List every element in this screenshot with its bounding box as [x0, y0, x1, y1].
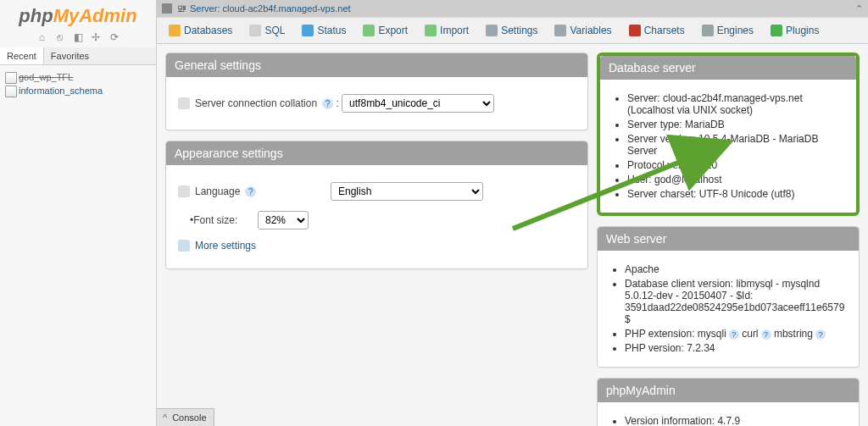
db-tree: New god_wp_TFL information_schema	[0, 65, 156, 102]
collation-icon	[178, 97, 190, 109]
sidebar-quick-icons: ⌂ ⎋ ◧ ✢ ⟳	[0, 29, 156, 47]
panel-title: phpMyAdmin	[598, 379, 859, 402]
logout-icon[interactable]: ⎋	[53, 30, 67, 44]
more-settings-icon	[178, 240, 190, 252]
nav-tabs: Databases SQL Status Export Import Setti…	[157, 17, 868, 44]
ws-apache: Apache	[625, 263, 847, 275]
tab-import[interactable]: Import	[416, 18, 477, 43]
ws-php-version: PHP version: 7.2.34	[625, 342, 847, 354]
tab-export[interactable]: Export	[354, 18, 416, 43]
collation-select[interactable]: utf8mb4_unicode_ci	[342, 94, 494, 113]
fontsize-select[interactable]: 82%	[258, 211, 309, 230]
more-settings-link[interactable]: More settings	[178, 240, 256, 252]
logo[interactable]: phpMyAdmin	[0, 0, 156, 29]
sql-icon	[249, 25, 261, 36]
collapse-sidebar-icon[interactable]	[162, 3, 172, 14]
topbar: 🖳 Server: cloud-ac2b4f.managed-vps.net ⌃	[157, 0, 868, 17]
ws-php-ext: PHP extension: mysqli? curl? mbstring?	[625, 328, 847, 340]
help-icon[interactable]: ?	[815, 329, 826, 340]
export-icon	[363, 25, 375, 36]
tab-databases[interactable]: Databases	[160, 18, 241, 43]
breadcrumb-server[interactable]: Server: cloud-ac2b4f.managed-vps.net	[190, 3, 351, 14]
help-icon[interactable]: ?	[322, 98, 333, 109]
tab-sql[interactable]: SQL	[241, 18, 293, 43]
database-icon	[169, 25, 181, 36]
tree-db-1[interactable]: information_schema	[3, 84, 153, 97]
panel-web-server: Web server Apache Database client versio…	[597, 226, 860, 368]
plugins-icon	[771, 25, 782, 36]
tab-plugins[interactable]: Plugins	[762, 18, 827, 43]
panel-general-settings: General settings Server connection colla…	[165, 53, 588, 130]
help-icon[interactable]: ?	[729, 329, 739, 340]
sidebar-tabs: Recent Favorites	[0, 47, 156, 65]
status-icon	[302, 25, 314, 36]
language-icon	[178, 185, 190, 197]
variables-icon	[554, 25, 566, 36]
panel-appearance-settings: Appearance settings Language ? English	[165, 141, 588, 269]
side-tab-favorites[interactable]: Favorites	[44, 47, 96, 64]
settings-tab-icon	[486, 25, 498, 36]
tab-settings[interactable]: Settings	[477, 18, 546, 43]
panel-title: Database server	[600, 56, 856, 80]
charsets-icon	[629, 25, 641, 36]
panel-title: Appearance settings	[166, 141, 587, 165]
panel-title: Web server	[598, 227, 859, 251]
db-charset: Server charset: UTF-8 Unicode (utf8)	[627, 188, 844, 200]
console-bar[interactable]: ^ Console	[156, 408, 214, 426]
tab-variables[interactable]: Variables	[546, 18, 620, 43]
language-select[interactable]: English	[331, 182, 483, 201]
db-server-type: Server type: MariaDB	[627, 119, 844, 130]
collation-label: Server connection collation ? :	[178, 97, 342, 109]
import-icon	[425, 25, 437, 36]
ws-client-version: Database client version: libmysql - mysq…	[625, 278, 847, 325]
db-server-version: Server version: 10.5.4-MariaDB - MariaDB…	[627, 133, 844, 157]
tree-db-0[interactable]: god_wp_TFL	[3, 70, 153, 84]
side-tab-recent[interactable]: Recent	[0, 47, 44, 64]
panel-database-server: Database server Server: cloud-ac2b4f.man…	[597, 53, 860, 216]
db-protocol-version: Protocol version: 10	[627, 159, 844, 171]
tab-charsets[interactable]: Charsets	[620, 18, 693, 43]
content: General settings Server connection colla…	[157, 44, 868, 426]
reload-icon[interactable]: ⟳	[108, 30, 121, 44]
docs-icon[interactable]: ◧	[71, 30, 85, 44]
console-label: Console	[172, 412, 206, 423]
server-icon: 🖳	[177, 3, 186, 14]
panel-phpmyadmin: phpMyAdmin Version information: 4.7.9 Do…	[597, 378, 860, 426]
help-icon[interactable]: ?	[245, 186, 256, 197]
pma-version: Version information: 4.7.9	[625, 415, 847, 426]
panel-title: General settings	[166, 53, 587, 77]
engines-icon	[702, 25, 714, 36]
settings-icon[interactable]: ✢	[89, 30, 103, 44]
main: 🖳 Server: cloud-ac2b4f.managed-vps.net ⌃…	[157, 0, 868, 426]
db-server-host: Server: cloud-ac2b4f.managed-vps.net (Lo…	[627, 92, 844, 116]
tab-engines[interactable]: Engines	[693, 18, 762, 43]
tab-status[interactable]: Status	[293, 18, 354, 43]
home-icon[interactable]: ⌂	[35, 30, 48, 44]
language-label: Language ?	[178, 185, 331, 197]
sidebar: phpMyAdmin ⌂ ⎋ ◧ ✢ ⟳ Recent Favorites Ne…	[0, 0, 157, 426]
chevron-up-icon: ^	[163, 412, 167, 423]
fontsize-label: • Font size:	[178, 214, 258, 226]
help-icon[interactable]: ?	[761, 329, 771, 340]
db-user: User: god@localhost	[627, 174, 844, 185]
window-collapse-icon[interactable]: ⌃	[855, 3, 863, 14]
